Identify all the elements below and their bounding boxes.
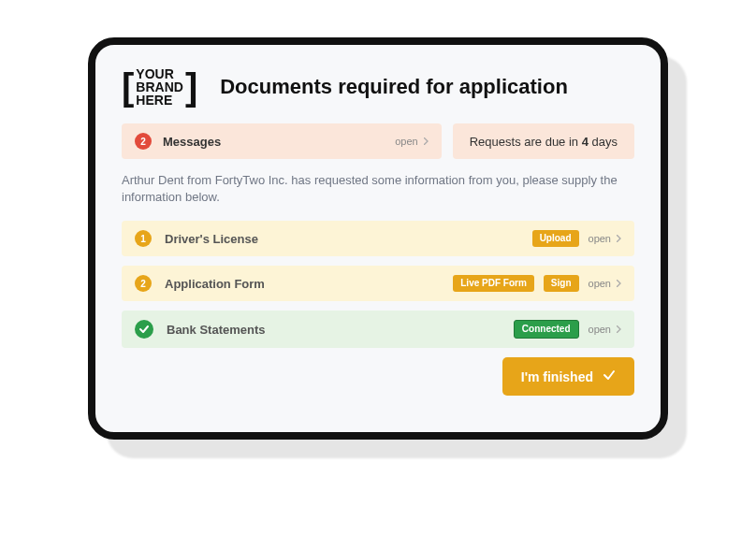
- messages-open[interactable]: open: [395, 136, 428, 147]
- messages-open-text: open: [395, 136, 417, 147]
- check-icon: [135, 320, 153, 339]
- tag-upload[interactable]: Upload: [532, 230, 579, 247]
- brand-logo: [ YOUR BRAND HERE ]: [122, 67, 197, 107]
- row-title: Bank Statements: [167, 323, 265, 337]
- row-title: Driver's License: [165, 232, 258, 246]
- header: [ YOUR BRAND HERE ] Documents required f…: [122, 67, 634, 107]
- due-suffix: days: [589, 135, 618, 149]
- request-row-application-form[interactable]: 2 Application Form Live PDF Form Sign op…: [122, 266, 634, 301]
- finish-button-label: I'm finished: [521, 369, 593, 384]
- finish-button[interactable]: I'm finished: [502, 357, 634, 396]
- footer: I'm finished: [122, 357, 634, 396]
- row-open[interactable]: open: [589, 233, 621, 244]
- messages-bar[interactable]: 2 Messages open: [122, 123, 442, 159]
- row-open-text: open: [589, 233, 611, 244]
- intro-text: Arthur Dent from FortyTwo Inc. has reque…: [122, 172, 634, 206]
- due-box: Requests are due in 4 days: [453, 123, 634, 159]
- brand-line3: HERE: [136, 94, 183, 107]
- alerts-row: 2 Messages open Requests are due in 4 da…: [122, 123, 634, 159]
- row-badge: 1: [135, 230, 152, 247]
- device-frame: [ YOUR BRAND HERE ] Documents required f…: [88, 37, 668, 440]
- row-title: Application Form: [165, 277, 265, 291]
- messages-count-badge: 2: [135, 133, 152, 150]
- row-badge: 2: [135, 275, 152, 292]
- check-icon: [603, 368, 616, 384]
- brand-line2: BRAND: [136, 80, 183, 94]
- due-prefix: Requests are due in: [470, 135, 582, 149]
- messages-label: Messages: [163, 135, 221, 149]
- bracket-right: ]: [185, 72, 197, 102]
- request-row-drivers-license[interactable]: 1 Driver's License Upload open: [122, 221, 634, 256]
- brand-line1: YOUR: [136, 67, 183, 80]
- tag-live-pdf-form[interactable]: Live PDF Form: [453, 275, 534, 292]
- due-days: 4: [582, 135, 589, 149]
- row-open[interactable]: open: [589, 278, 621, 289]
- row-open-text: open: [589, 278, 611, 289]
- bracket-left: [: [122, 72, 134, 102]
- row-open[interactable]: open: [589, 324, 621, 335]
- chevron-right-icon: [424, 137, 429, 145]
- tag-sign[interactable]: Sign: [544, 275, 579, 292]
- chevron-right-icon: [617, 325, 621, 333]
- tag-connected: Connected: [514, 320, 579, 339]
- page-title: Documents required for application: [220, 75, 568, 99]
- request-row-bank-statements[interactable]: Bank Statements Connected open: [122, 311, 634, 348]
- chevron-right-icon: [617, 235, 621, 242]
- row-open-text: open: [589, 324, 611, 335]
- chevron-right-icon: [617, 280, 621, 287]
